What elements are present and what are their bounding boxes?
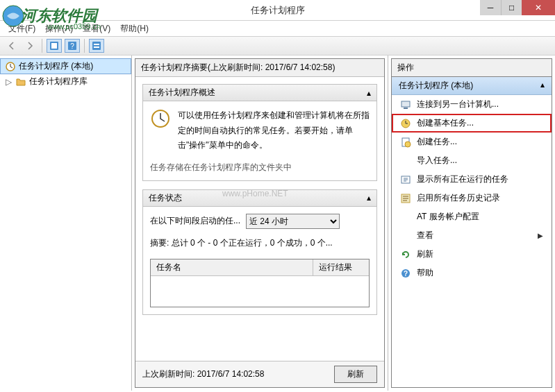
forward-button[interactable] [22,39,38,53]
action-label: 帮助 [417,267,433,279]
center-header: 任务计划程序摘要(上次刷新时间: 2017/6/7 14:02:58) [135,59,384,77]
action-label: 导入任务... [417,155,457,167]
tree-root-label: 任务计划程序 (本地) [19,60,93,72]
task-basic-icon [400,118,411,129]
action-label: 创建任务... [417,136,457,148]
toolbar: ? [0,36,555,56]
action-label: 刷新 [417,248,433,260]
task-icon [400,137,411,148]
overview-text: 可以使用任务计划程序来创建和管理计算机将在所指定的时间自动执行的常见任务。若要开… [178,108,370,153]
tree-library-label: 任务计划程序库 [29,76,88,87]
action-help[interactable]: ? 帮助 [392,264,552,282]
overview-title: 任务计划程序概述 [149,87,215,99]
overview-section: 任务计划程序概述 ▴ 可以使用任务计划程序来创建和管理计算机将在所指定的时间自动… [142,84,377,181]
chevron-up-icon[interactable]: ▴ [367,193,371,203]
titlebar: 任务计划程序 ─ □ ✕ [0,0,555,21]
view-icon [400,230,411,241]
chevron-right-icon: ▶ [538,232,543,239]
expand-icon[interactable]: ▷ [4,77,13,87]
menu-help[interactable]: 帮助(H) [120,23,149,35]
import-icon [400,155,411,167]
col-result[interactable]: 运行结果 [313,259,369,275]
chevron-up-icon[interactable]: ▴ [540,80,545,92]
help-icon: ? [400,268,411,279]
action-view[interactable]: 查看 ▶ [392,226,552,245]
action-create-basic-task[interactable]: 创建基本任务... [392,114,552,133]
window-title: 任务计划程序 [251,4,305,17]
action-label: 显示所有正在运行的任务 [417,173,508,185]
minimize-button[interactable]: ─ [480,0,501,15]
menubar: 文件(F) 操作(A) 查看(V) 帮助(H) [0,21,555,36]
menu-action[interactable]: 操作(A) [45,23,73,35]
svg-rect-2 [51,43,57,49]
status-summary: 摘要: 总计 0 个 - 0 个正在运行，0 个成功，0 个... [150,237,370,249]
action-import-task[interactable]: 导入任务... [392,151,552,170]
account-icon [400,212,411,223]
action-enable-history[interactable]: 启用所有任务历史记录 [392,189,552,207]
menu-view[interactable]: 查看(V) [83,23,110,35]
svg-rect-10 [401,101,410,107]
menu-file[interactable]: 文件(F) [8,23,35,35]
close-button[interactable]: ✕ [522,0,555,15]
chevron-up-icon[interactable]: ▴ [367,88,371,98]
svg-rect-5 [92,42,101,50]
action-connect[interactable]: 连接到另一台计算机... [392,95,552,114]
svg-text:?: ? [70,42,74,50]
center-pane: 任务计划程序摘要(上次刷新时间: 2017/6/7 14:02:58) 任务计划… [132,56,388,391]
back-button[interactable] [4,39,19,53]
refresh-icon [400,249,411,260]
tree-library[interactable]: ▷ 任务计划程序库 [0,74,131,89]
overview-subtext: 任务存储在任务计划程序库的文件夹中 [150,162,370,173]
clock-icon [5,61,16,72]
left-tree-pane: 任务计划程序 (本地) ▷ 任务计划程序库 [0,56,132,391]
action-label: 查看 [417,230,433,241]
clock-large-icon [150,108,171,129]
action-label: AT 服务帐户配置 [417,211,479,223]
action-create-task[interactable]: 创建任务... [392,133,552,151]
svg-rect-7 [94,46,99,48]
svg-rect-11 [404,108,408,109]
actions-header: 操作 [391,58,552,76]
status-title: 任务状态 [149,192,182,204]
toolbar-btn-1[interactable] [47,39,62,53]
action-label: 启用所有任务历史记录 [417,192,500,204]
maximize-button[interactable]: □ [501,0,522,15]
action-show-running[interactable]: 显示所有正在运行的任务 [392,170,552,189]
tree-root[interactable]: 任务计划程序 (本地) [0,58,131,74]
toolbar-btn-3[interactable] [89,39,104,53]
col-task-name[interactable]: 任务名 [151,259,313,275]
action-refresh[interactable]: 刷新 [392,245,552,264]
folder-icon [15,76,26,87]
action-label: 连接到另一台计算机... [417,99,499,110]
history-icon [400,193,411,204]
action-label: 创建基本任务... [417,117,474,129]
center-footer: 上次刷新时间: 2017/6/7 14:02:58 刷新 [135,361,384,387]
refresh-button[interactable]: 刷新 [334,366,377,383]
last-refresh-label: 上次刷新时间: 2017/6/7 14:02:58 [142,368,264,380]
svg-rect-6 [94,44,99,45]
svg-point-14 [405,142,411,147]
toolbar-btn-2[interactable]: ? [65,39,80,53]
status-label: 在以下时间段启动的任... [150,215,240,227]
actions-pane: 操作 任务计划程序 (本地) ▴ 连接到另一台计算机... 创建基本任务... … [388,56,555,391]
status-section: 任务状态 ▴ 在以下时间段启动的任... 近 24 小时 摘要: 总计 0 个 … [142,189,377,315]
running-icon [400,174,411,185]
period-select[interactable]: 近 24 小时 [246,214,340,229]
task-table: 任务名 运行结果 [150,259,370,307]
actions-group-title: 任务计划程序 (本地) ▴ [392,77,552,95]
action-at-account[interactable]: AT 服务帐户配置 [392,207,552,226]
svg-text:?: ? [404,270,408,278]
computer-icon [400,99,411,110]
